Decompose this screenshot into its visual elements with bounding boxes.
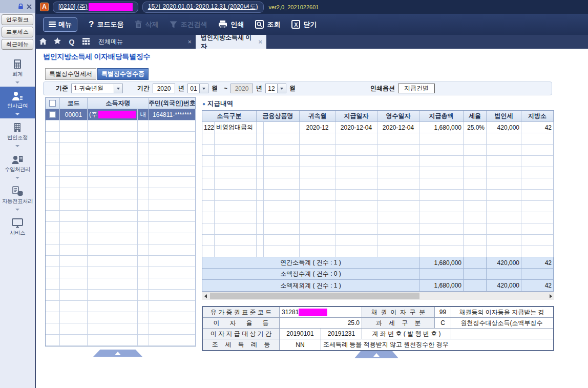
calculator-icon (12, 58, 23, 70)
dock-close-icon[interactable] (27, 4, 32, 9)
dock-item-payroll[interactable]: 인사급여 (0, 87, 35, 118)
dock-item-service[interactable]: 서비스 (0, 214, 35, 238)
month-to-suffix: 월 (289, 84, 296, 93)
summary-local-tax: 42 (521, 257, 554, 268)
empty-grid-row (46, 188, 196, 199)
scroll-right-arrow[interactable] (547, 292, 554, 300)
tab-local-income-tax[interactable]: 법인지방소득세 이자 × (196, 35, 266, 49)
bond-interest-type-desc: 채권등의 이자등을 지급받는 경 (451, 307, 552, 317)
col-rrn: 주민(외국인)번호 (149, 98, 196, 109)
month-from-arrow[interactable] (200, 84, 208, 93)
empty-grid-row (202, 246, 554, 257)
col-code: 코드 (60, 98, 88, 109)
income-earner-row[interactable]: 00001 (주 내 164811-******* (46, 109, 196, 120)
scrollbar-track[interactable] (209, 292, 547, 300)
cond-search-button: 조건검색 (170, 20, 207, 29)
empty-grid-row (46, 199, 196, 211)
lock-icon[interactable] (18, 4, 24, 10)
tab-label: 전체메뉴 (98, 37, 123, 46)
chevron-down-icon (15, 81, 19, 84)
scrollbar-thumb[interactable] (210, 293, 419, 299)
dock-item-accounting[interactable]: 회계 (0, 55, 35, 87)
detail-form: 유 가 증 권 표 준 코 드 31281 채 권 이 자 구 분 99 채권등… (202, 306, 554, 351)
tab-bar: Q 전체메뉴 × 법인지방소득세 이자 × (36, 35, 588, 49)
scroll-left-arrow[interactable] (202, 292, 209, 300)
row-checkbox[interactable] (49, 111, 56, 118)
dock-item-corp-adjust[interactable]: 법인조정 (0, 118, 35, 150)
tax-rate: 25.0% (464, 122, 487, 133)
toolbar: 메뉴 ? 코드도움 삭제 조건검색 인쇄 조회 X 닫기 (36, 14, 588, 35)
dock-button-worklink[interactable]: 업무링크 (2, 14, 33, 25)
interest-rate-value[interactable]: 25.0 (280, 318, 362, 328)
right-grid-header: 소득구분 금융상품명 귀속월 지급일자 영수일자 지급총액 세율 법인세 지방소 (202, 111, 554, 122)
dock-item-label: 서비스 (0, 230, 35, 237)
income-earner-grid: 코드 소득자명 주민(외국인)번호 00001 (주 내 164811-****… (45, 97, 196, 346)
bond-interest-type-code[interactable]: 99 (435, 307, 451, 317)
base-label: 기준 (56, 84, 68, 93)
version-label: ver2,0_2021022601 (269, 4, 319, 10)
account-number-value[interactable] (451, 329, 552, 339)
tab-close-icon[interactable]: × (187, 38, 192, 46)
inquiry-label: 조회 (267, 20, 280, 29)
print-option-button[interactable]: 지급건별 (398, 84, 435, 93)
month-from-select[interactable]: 01 (187, 84, 200, 93)
chevron-down-icon (15, 113, 19, 115)
empty-grid-row (46, 244, 196, 256)
dock-item-auto-slip[interactable]: 자동전표처리 (0, 182, 35, 214)
tax-category-code[interactable]: C (435, 318, 451, 328)
col-receipt-date: 영수일자 (377, 111, 419, 121)
corp-tax: 420,000 (487, 122, 521, 133)
base-select[interactable]: 1.귀속년월 (71, 84, 114, 93)
trash-icon (135, 21, 142, 29)
right-grid-empty-rows (202, 133, 554, 257)
calendar-icon[interactable] (79, 38, 93, 46)
empty-grid-row (46, 312, 196, 323)
month-to-select[interactable]: 12 (265, 84, 278, 93)
empty-grid-row (202, 145, 554, 156)
payment-row[interactable]: 122 비영업대금의 2020-12 2020-12-04 2020-12-04… (202, 122, 554, 133)
horizontal-scrollbar[interactable] (202, 292, 554, 300)
dock-button-process[interactable]: 프로세스 (2, 27, 33, 37)
year-from-input[interactable]: 2020 (153, 84, 175, 93)
subtab-statement[interactable]: 특별징수명세서 (45, 68, 96, 80)
search-tab-icon[interactable]: Q (65, 38, 79, 46)
tab-all-menu[interactable]: 전체메뉴 × (93, 35, 196, 49)
month-from-suffix: 월 (212, 84, 218, 93)
payment-detail-title: ●지급내역 (202, 99, 233, 108)
collapse-up-button-left[interactable] (93, 350, 142, 357)
tab-close-icon[interactable]: × (258, 38, 262, 46)
empty-grid-row (202, 133, 554, 145)
star-icon[interactable] (50, 37, 65, 46)
building-icon (12, 122, 23, 133)
base-select-arrow[interactable] (114, 84, 123, 93)
interest-period-from[interactable]: 20190101 (280, 329, 321, 339)
interest-rate-label: 이 자 율 등 (203, 318, 280, 328)
month-to-arrow[interactable] (278, 84, 286, 93)
col-pay-date: 지급일자 (335, 111, 377, 121)
collapse-up-button-right[interactable] (354, 351, 398, 358)
left-grid-header: 코드 소득자명 주민(외국인)번호 (46, 98, 196, 109)
code-help-button[interactable]: ? 코드도움 (89, 19, 123, 30)
home-icon[interactable] (36, 38, 50, 46)
dock-button-recent[interactable]: 최근메뉴 (2, 39, 33, 50)
interest-period-to[interactable]: 20191231 (321, 329, 362, 339)
interest-period-label: 이 자 지 급 대 상 기 간 (203, 329, 280, 339)
inquiry-button[interactable]: 조회 (255, 20, 280, 29)
tax-special-code[interactable]: NN (280, 339, 321, 350)
dock-item-label: 법인조정 (0, 134, 35, 141)
select-all-checkbox[interactable] (49, 100, 56, 107)
subtab-receipt[interactable]: 특별징수영수증 (97, 68, 149, 80)
company-code: [0210] (주) (58, 3, 88, 10)
empty-grid-row (46, 211, 196, 222)
account-number-label: 계 좌 번 호 ( 발 행 번 호 ) (362, 329, 451, 339)
receipt-date: 2020-12-04 (377, 122, 419, 133)
close-button[interactable]: X 닫기 (291, 20, 317, 29)
tab-label: 법인지방소득세 이자 (201, 33, 254, 51)
chevron-down-icon (15, 209, 19, 211)
securities-code-value[interactable]: 31281 (280, 307, 362, 317)
print-button[interactable]: 인쇄 (218, 20, 244, 29)
menu-button[interactable]: 메뉴 (43, 17, 77, 32)
col-month: 귀속월 (300, 111, 335, 121)
dock-item-client-mgmt[interactable]: 수임처관리 (0, 150, 35, 182)
year-to-input[interactable]: 2020 (230, 84, 253, 93)
